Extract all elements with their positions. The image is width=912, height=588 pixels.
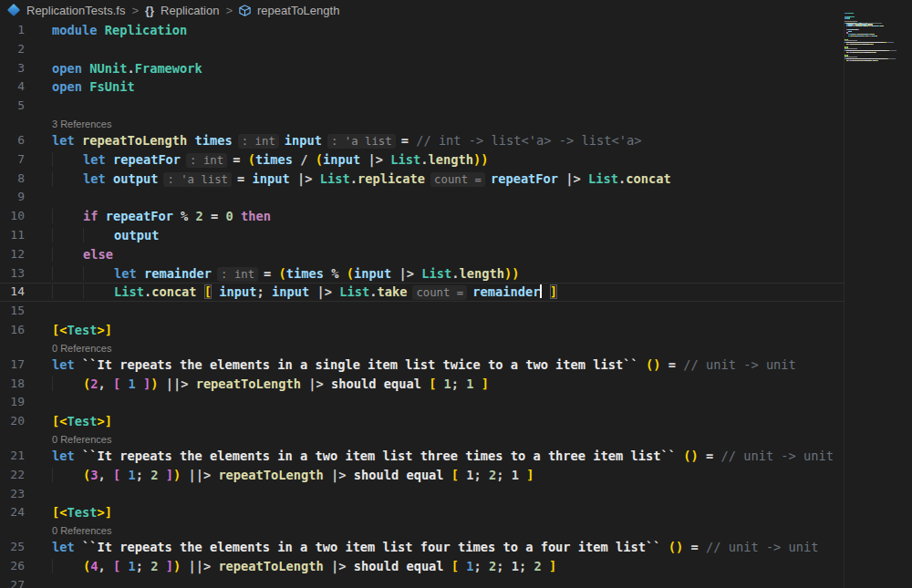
line-number[interactable]: 1 <box>0 21 25 40</box>
code-line[interactable]: 3open NUnit.Framework <box>0 59 844 78</box>
code-text: [<Test>] <box>52 321 844 340</box>
namespace-icon: {} <box>145 4 154 17</box>
breadcrumb-symbol[interactable]: repeatToLength <box>257 4 339 17</box>
line-number[interactable]: 25 <box>0 538 25 557</box>
code-line[interactable]: 1module Replication <box>0 21 844 40</box>
line-number[interactable]: 22 <box>0 466 25 485</box>
code-line-current[interactable]: 14 List.concat [ input; input |> List.ta… <box>0 283 844 302</box>
line-number[interactable]: 2 <box>0 40 25 59</box>
code-line[interactable]: 7 let repeatFor: int= (times / (input |>… <box>0 150 844 170</box>
line-number[interactable]: 17 <box>0 356 25 375</box>
code-line[interactable]: 21let ``It repeats the elements in a two… <box>0 447 844 466</box>
code-line[interactable]: 27 <box>0 576 844 588</box>
line-number[interactable]: 18 <box>0 375 25 394</box>
codelens-references-link[interactable]: 0 References <box>52 343 111 354</box>
code-text: let repeatToLength times: intinput: 'a l… <box>52 131 844 150</box>
code-line[interactable]: 11 output <box>0 226 844 245</box>
code-text: [<Test>] <box>52 503 844 522</box>
line-number[interactable]: 19 <box>0 393 25 412</box>
code-text: (2, [ 1 ]) ||> repeatToLength |> should … <box>52 375 844 394</box>
code-line[interactable]: 6let repeatToLength times: intinput: 'a … <box>0 131 844 150</box>
code-text: let remainder: int= (times % (input |> L… <box>52 264 844 284</box>
code-text <box>52 576 844 588</box>
line-number[interactable]: 6 <box>0 131 25 150</box>
code-line[interactable]: 17let ``It repeats the elements in a sin… <box>0 356 844 375</box>
code-line[interactable]: 19 <box>0 393 844 412</box>
line-number[interactable]: 20 <box>0 412 25 431</box>
codelens-row: 3 References <box>0 116 844 131</box>
codelens-row: 0 References <box>0 522 844 538</box>
line-number[interactable]: 16 <box>0 321 25 340</box>
line-number[interactable]: 24 <box>0 503 25 522</box>
line-number[interactable]: 26 <box>0 557 25 576</box>
breadcrumb-separator: > <box>225 4 233 17</box>
code-line[interactable]: 24[<Test>] <box>0 503 844 522</box>
editor-window: ReplicationTests.fs > {} Replication > r… <box>0 0 912 588</box>
code-text <box>52 485 844 504</box>
code-line[interactable]: 22 (3, [ 1; 2 ]) ||> repeatToLength |> s… <box>0 466 844 485</box>
code-text: output <box>52 226 844 245</box>
line-number[interactable]: 14 <box>0 283 25 302</box>
code-text: else <box>52 245 844 264</box>
code-text <box>52 302 844 321</box>
code-text: open FsUnit <box>52 77 844 97</box>
code-line[interactable]: 13 let remainder: int= (times % (input |… <box>0 264 844 284</box>
breadcrumb-namespace[interactable]: Replication <box>161 4 219 17</box>
line-number[interactable]: 4 <box>0 77 25 97</box>
code-text: let repeatFor: int= (times / (input |> L… <box>52 150 844 170</box>
breadcrumb-file[interactable]: ReplicationTests.fs <box>26 4 125 17</box>
code-line[interactable]: 8 let output: 'a list= input |> List.rep… <box>0 170 844 189</box>
code-line[interactable]: 16[<Test>] <box>0 321 844 340</box>
code-line[interactable]: 15 <box>0 302 844 321</box>
code-line[interactable]: 9 <box>0 188 844 207</box>
code-text: [<Test>] <box>52 412 844 431</box>
codelens-row: 0 References <box>0 431 844 447</box>
code-line[interactable]: 12 else <box>0 245 844 264</box>
code-line[interactable]: 20[<Test>] <box>0 412 844 431</box>
code-line[interactable]: 18 (2, [ 1 ]) ||> repeatToLength |> shou… <box>0 375 844 394</box>
code-text: module Replication <box>52 21 844 40</box>
line-number[interactable]: 3 <box>0 59 25 78</box>
code-text: let ``It repeats the elements in a two i… <box>52 538 844 557</box>
minimap[interactable] <box>845 13 910 63</box>
codelens-references-link[interactable]: 0 References <box>52 525 111 536</box>
code-text: (3, [ 1; 2 ]) ||> repeatToLength |> shou… <box>52 466 844 485</box>
code-line[interactable]: 23 <box>0 485 844 504</box>
line-number[interactable]: 13 <box>0 264 25 284</box>
breadcrumb: ReplicationTests.fs > {} Replication > r… <box>0 0 912 20</box>
fsharp-file-icon <box>7 4 20 16</box>
codelens-references-link[interactable]: 0 References <box>52 434 111 445</box>
line-number[interactable]: 8 <box>0 170 25 189</box>
code-text: (4, [ 1; 2 ]) ||> repeatToLength |> shou… <box>52 557 844 576</box>
minimap-line <box>845 61 910 62</box>
code-line[interactable]: 2 <box>0 40 844 59</box>
line-number[interactable]: 10 <box>0 207 25 226</box>
code-text: let ``It repeats the elements in a two i… <box>52 447 844 466</box>
minimap-divider <box>844 20 845 588</box>
code-text <box>52 97 844 116</box>
code-text <box>52 40 844 59</box>
code-text: if repeatFor % 2 = 0 then <box>52 207 844 226</box>
breadcrumb-separator: > <box>131 4 139 17</box>
line-number[interactable]: 21 <box>0 447 25 466</box>
code-line[interactable]: 5 <box>0 97 844 116</box>
code-text <box>52 393 844 412</box>
line-number[interactable]: 5 <box>0 97 25 116</box>
code-line[interactable]: 10 if repeatFor % 2 = 0 then <box>0 207 844 226</box>
line-number[interactable]: 15 <box>0 302 25 321</box>
code-text: let ``It repeats the elements in a singl… <box>52 356 844 375</box>
code-text: open NUnit.Framework <box>52 59 844 78</box>
code-line[interactable]: 4open FsUnit <box>0 77 844 97</box>
line-number[interactable]: 12 <box>0 245 25 264</box>
line-number[interactable]: 7 <box>0 150 25 170</box>
line-number[interactable]: 27 <box>0 576 25 588</box>
code-line[interactable]: 26 (4, [ 1; 2 ]) ||> repeatToLength |> s… <box>0 557 844 576</box>
codelens-row: 0 References <box>0 340 844 356</box>
codelens-references-link[interactable]: 3 References <box>52 119 111 129</box>
code-line[interactable]: 25let ``It repeats the elements in a two… <box>0 538 844 557</box>
line-number[interactable]: 23 <box>0 485 25 504</box>
line-number[interactable]: 9 <box>0 188 25 207</box>
line-number[interactable]: 11 <box>0 226 25 245</box>
code-text: let output: 'a list= input |> List.repli… <box>52 170 844 189</box>
code-area[interactable]: 1module Replication23open NUnit.Framewor… <box>0 21 844 588</box>
